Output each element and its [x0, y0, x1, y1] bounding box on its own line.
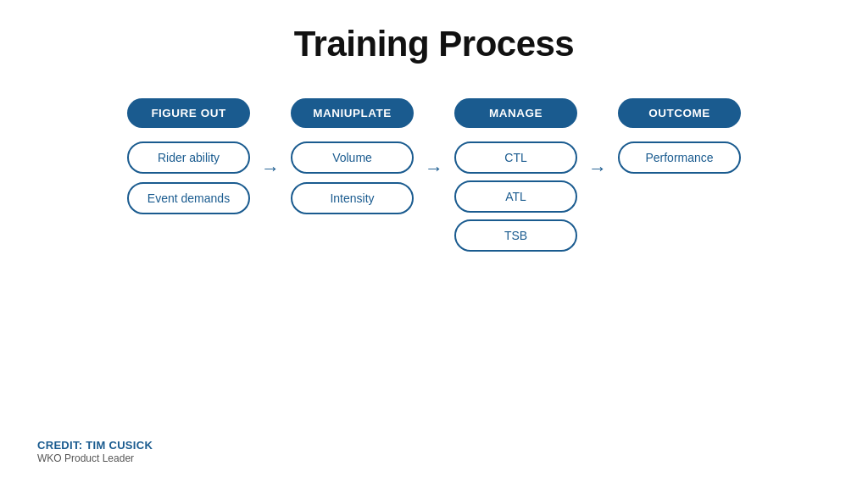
arrow-3-icon: → [588, 158, 607, 180]
pill-event-demands: Event demands [127, 182, 250, 214]
page: Training Process FIGURE OUT Rider abilit… [0, 0, 868, 488]
column-maniuplate: MANIUPLATE Volume Intensity [291, 98, 414, 214]
pill-ctl: CTL [454, 141, 577, 174]
column-outcome: OUTCOME Performance [618, 98, 741, 174]
arrow-1-icon: → [261, 158, 280, 180]
arrow-2-container: → [414, 98, 454, 180]
column-manage: MANAGE CTL ATL TSB [454, 98, 577, 252]
items-manage: CTL ATL TSB [454, 141, 577, 252]
items-maniuplate: Volume Intensity [291, 141, 414, 214]
arrow-2-icon: → [425, 158, 443, 180]
header-manage: MANAGE [454, 98, 577, 128]
pill-volume: Volume [291, 141, 414, 174]
page-title: Training Process [294, 24, 574, 64]
pill-tsb: TSB [454, 219, 577, 252]
arrow-3-container: → [577, 98, 618, 180]
column-figure-out: FIGURE OUT Rider ability Event demands [127, 98, 250, 214]
items-outcome: Performance [618, 141, 741, 174]
pill-rider-ability: Rider ability [127, 141, 250, 174]
header-maniuplate: MANIUPLATE [291, 98, 414, 128]
credit-block: CREDIT: TIM CUSICK WKO Product Leader [37, 439, 153, 464]
credit-name: CREDIT: TIM CUSICK [37, 439, 153, 452]
pill-intensity: Intensity [291, 182, 414, 214]
pill-atl: ATL [454, 180, 577, 213]
flow-diagram: FIGURE OUT Rider ability Event demands →… [34, 98, 834, 252]
items-figure-out: Rider ability Event demands [127, 141, 250, 214]
credit-role: WKO Product Leader [37, 452, 153, 464]
arrow-1-container: → [250, 98, 291, 180]
pill-performance: Performance [618, 141, 741, 174]
header-outcome: OUTCOME [618, 98, 741, 128]
header-figure-out: FIGURE OUT [127, 98, 250, 128]
